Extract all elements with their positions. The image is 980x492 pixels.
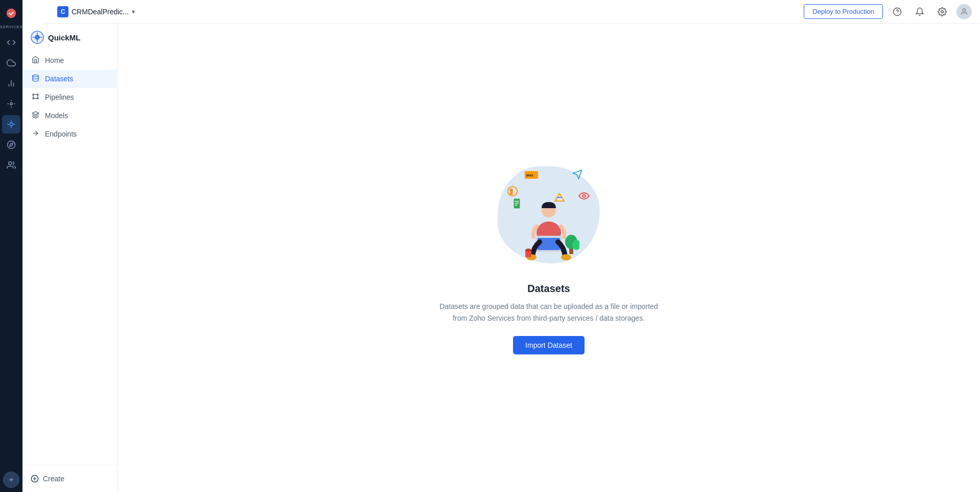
quickml-logo-icon <box>31 31 44 44</box>
sidebar-item-label-endpoints: Endpoints <box>45 130 77 138</box>
datasets-illustration: aws ₿ <box>493 161 605 269</box>
quickml-label: QuickML <box>48 33 80 42</box>
sidebar-item-label-models: Models <box>45 111 68 120</box>
help-icon-btn[interactable] <box>889 4 905 20</box>
svg-point-16 <box>32 75 38 77</box>
empty-state-description: Datasets are grouped data that can be up… <box>436 301 661 324</box>
rail-icon-explore[interactable] <box>2 136 20 154</box>
bitcoin-float-icon: ₿ <box>507 186 518 199</box>
rail-icon-network[interactable] <box>2 95 20 113</box>
sidebar-item-label-datasets: Datasets <box>45 75 73 83</box>
datasets-icon <box>31 74 40 83</box>
pipelines-icon <box>31 93 40 102</box>
main-content: aws ₿ <box>118 0 980 492</box>
svg-point-44 <box>561 254 571 260</box>
svg-rect-38 <box>515 205 517 205</box>
send-float-icon <box>572 169 582 182</box>
rail-icon-code[interactable] <box>2 33 20 52</box>
svg-marker-25 <box>32 111 39 115</box>
svg-point-20 <box>37 98 38 99</box>
top-header: C CRMDealPredic... ▾ Deploy to Productio… <box>45 0 980 24</box>
sidebar-item-label-home: Home <box>45 56 64 64</box>
svg-point-5 <box>8 141 15 149</box>
svg-point-12 <box>941 10 944 13</box>
rail-create-btn[interactable] <box>3 472 19 488</box>
sidebar-item-models[interactable]: Models <box>22 106 117 125</box>
chevron-down-icon: ▾ <box>132 8 135 15</box>
svg-point-18 <box>37 94 38 96</box>
rail-icon-people[interactable] <box>2 156 20 174</box>
svg-text:₿: ₿ <box>510 189 513 195</box>
rail-icon-cloud[interactable] <box>2 54 20 72</box>
svg-point-15 <box>35 35 40 40</box>
svg-point-19 <box>32 98 34 99</box>
sidebar-item-label-pipelines: Pipelines <box>45 93 74 101</box>
datasets-empty-state: aws ₿ <box>416 141 682 375</box>
sidebar-item-home[interactable]: Home <box>22 51 117 70</box>
sidebar-bottom: Create <box>22 465 117 492</box>
eye-float-icon <box>578 192 590 202</box>
endpoints-icon <box>31 129 40 139</box>
aws-float-icon: aws <box>524 170 539 181</box>
bell-icon-btn[interactable] <box>912 4 928 20</box>
rail-bottom <box>3 472 19 488</box>
svg-point-13 <box>963 9 965 11</box>
svg-point-3 <box>10 103 13 105</box>
sidebar-item-pipelines[interactable]: Pipelines <box>22 88 117 106</box>
project-badge: C <box>57 6 68 17</box>
svg-point-4 <box>10 123 13 126</box>
svg-point-7 <box>9 162 12 165</box>
models-icon <box>31 111 40 120</box>
empty-state-title: Datasets <box>527 283 570 295</box>
rail-icon-quickml[interactable] <box>2 115 20 133</box>
rail-icon-analytics[interactable] <box>2 74 20 93</box>
deploy-button[interactable]: Deploy to Production <box>804 4 883 19</box>
header-right: Deploy to Production <box>804 4 972 20</box>
svg-marker-6 <box>10 143 13 146</box>
create-button[interactable]: Create <box>31 472 109 486</box>
sidebar-nav: Home Datasets Pipelines <box>22 49 117 145</box>
sidebar-header: QuickML <box>22 24 117 49</box>
svg-point-49 <box>525 249 531 252</box>
icon-rail: Services <box>0 0 22 492</box>
person-illustration <box>518 196 579 262</box>
app-logo-icon[interactable] <box>2 4 20 23</box>
project-selector[interactable]: C CRMDealPredic... ▾ <box>53 4 139 19</box>
user-avatar[interactable] <box>956 4 972 19</box>
sidebar-item-endpoints[interactable]: Endpoints <box>22 125 117 143</box>
svg-point-34 <box>582 194 585 197</box>
project-name: CRMDealPredic... <box>72 8 129 16</box>
services-label: Services <box>0 25 22 29</box>
sidebar: QuickML Home Datasets <box>22 0 118 492</box>
create-label: Create <box>43 475 64 483</box>
home-icon <box>31 56 40 65</box>
import-dataset-button[interactable]: Import Dataset <box>513 336 585 354</box>
svg-point-17 <box>32 94 34 96</box>
svg-text:aws: aws <box>526 173 533 177</box>
sidebar-item-datasets[interactable]: Datasets <box>22 70 117 88</box>
settings-icon-btn[interactable] <box>934 4 950 20</box>
